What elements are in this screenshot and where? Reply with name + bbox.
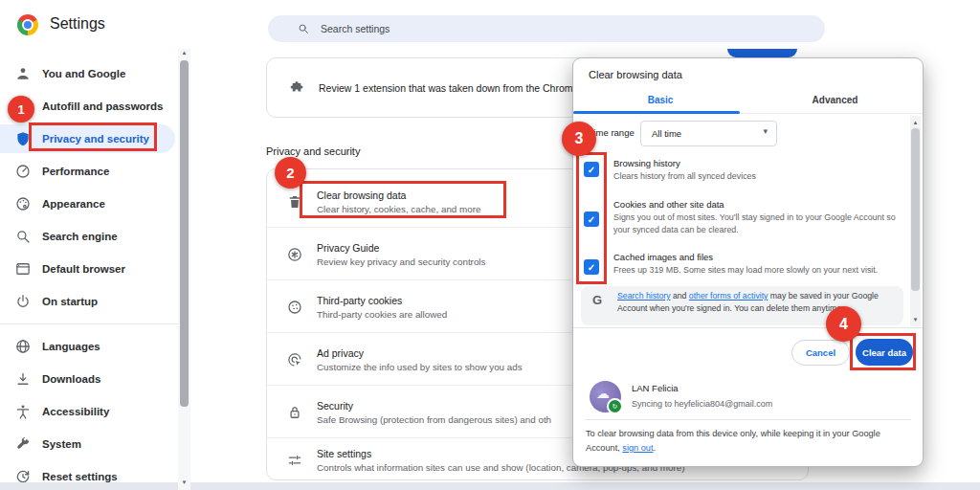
section-title: Privacy and security [266, 145, 360, 157]
tune-icon [286, 452, 303, 469]
ad-privacy-icon [286, 351, 303, 368]
wrench-icon [14, 435, 32, 453]
power-icon [14, 293, 32, 310]
browser-window-icon [14, 260, 32, 278]
accessibility-icon [14, 403, 32, 420]
review-button-partial[interactable] [727, 49, 797, 57]
sidebar-item-languages[interactable]: Languages [0, 332, 175, 361]
account-sync-status: Syncing to heyfelicia804@gmail.com [632, 399, 772, 409]
google-logo-icon: G [592, 293, 602, 307]
sidebar-item-appearance[interactable]: Appearance [0, 189, 175, 218]
row-subtitle: Third-party cookies are allowed [317, 309, 447, 320]
checkbox-text-cached-images: Cached images and files Frees up 319 MB.… [613, 252, 908, 277]
person-icon [14, 65, 32, 82]
scrollbar-thumb[interactable] [180, 60, 189, 407]
dialog-divider [573, 327, 923, 328]
tab-advanced[interactable]: Advanced [747, 87, 923, 112]
checkbox-text-browsing-history: Browsing history Clears history from all… [613, 158, 908, 183]
scroll-down-icon[interactable]: ▼ [910, 314, 921, 325]
banner-text: Review 1 extension that was taken down f… [319, 82, 573, 94]
account-name: LAN Felicia [632, 383, 679, 393]
sidebar-item-search-engine[interactable]: Search engine [0, 222, 175, 251]
dialog-scrollbar[interactable]: ▲ ▼ [910, 116, 921, 326]
row-title: Privacy Guide [317, 242, 485, 254]
row-subtitle: Customize the info used by sites to show… [317, 362, 523, 372]
search-icon [297, 22, 310, 35]
annotation-step-3: 3 [562, 122, 596, 156]
search-input[interactable] [319, 22, 782, 35]
search-icon [14, 228, 32, 245]
scroll-up-icon[interactable]: ▲ [910, 117, 921, 128]
sidebar-item-accessibility[interactable]: Accessibility [0, 397, 175, 426]
annotation-box-clear-data-button [850, 333, 916, 370]
privacy-guide-icon [286, 246, 303, 263]
row-title: Ad privacy [317, 347, 523, 359]
sidebar-item-default-browser[interactable]: Default browser [0, 255, 175, 283]
annotation-box-checkboxes [576, 152, 607, 284]
checkbox-text-cookies: Cookies and other site data Signs you ou… [613, 199, 908, 236]
globe-icon [14, 338, 32, 355]
sidebar-item-on-startup[interactable]: On startup [0, 287, 175, 316]
cancel-button[interactable]: Cancel [791, 340, 850, 366]
sidebar-item-downloads[interactable]: Downloads [0, 365, 175, 393]
sync-badge-icon: ↻ [607, 398, 623, 414]
settings-search-box[interactable] [268, 15, 825, 42]
sidebar-item-you-and-google[interactable]: You and Google [0, 59, 175, 88]
time-range-select[interactable]: All time ▾ [640, 121, 777, 146]
annotation-step-1: 1 [8, 96, 34, 122]
row-title: Third-party cookies [317, 295, 447, 306]
sign-out-link[interactable]: sign out [622, 443, 653, 453]
chrome-logo-icon [17, 14, 38, 35]
scrollbar-thumb[interactable] [911, 128, 920, 291]
sidebar-item-system[interactable]: System [0, 430, 175, 458]
other-activity-link[interactable]: other forms of activity [689, 291, 768, 301]
page-title: Settings [50, 15, 105, 33]
speedometer-icon [14, 163, 32, 180]
tab-basic[interactable]: Basic [573, 87, 747, 112]
sidebar-scrollbar[interactable]: ▲ ▼ [178, 45, 190, 490]
palette-icon [14, 195, 32, 212]
scroll-down-icon[interactable]: ▼ [178, 477, 190, 488]
active-tab-underline [573, 111, 740, 114]
cookie-icon [286, 299, 303, 316]
row-subtitle: Safe Browsing (protection from dangerous… [317, 414, 551, 425]
sidebar-divider [0, 323, 178, 324]
dialog-footer-text: To clear browsing data from this device … [586, 427, 905, 456]
annotation-box-clear-browsing-data [300, 181, 506, 218]
download-icon [14, 370, 32, 388]
puzzle-icon [288, 79, 305, 97]
row-subtitle: Review key privacy and security controls [317, 256, 485, 267]
annotation-step-2: 2 [275, 157, 306, 189]
time-range-value: All time [652, 128, 681, 139]
account-avatar: ↻ [590, 381, 621, 412]
dialog-title: Clear browsing data [589, 69, 682, 80]
clear-browsing-data-dialog: Clear browsing data Basic Advanced Time … [572, 57, 924, 467]
chevron-down-icon: ▾ [763, 126, 768, 136]
lock-icon [286, 404, 303, 421]
note-text: Search history and other forms of activi… [617, 290, 901, 315]
row-title: Security [317, 400, 551, 412]
dialog-divider [585, 419, 911, 420]
sidebar-item-performance[interactable]: Performance [0, 157, 175, 186]
search-history-link[interactable]: Search history [617, 291, 671, 301]
header-bar: Settings [0, 0, 980, 49]
window-bottom-strip [0, 482, 980, 490]
annotation-step-4: 4 [826, 306, 861, 342]
chrome-settings-window: Settings You and Google Autofill and pas… [0, 0, 980, 490]
annotation-box-privacy-security [29, 122, 157, 151]
